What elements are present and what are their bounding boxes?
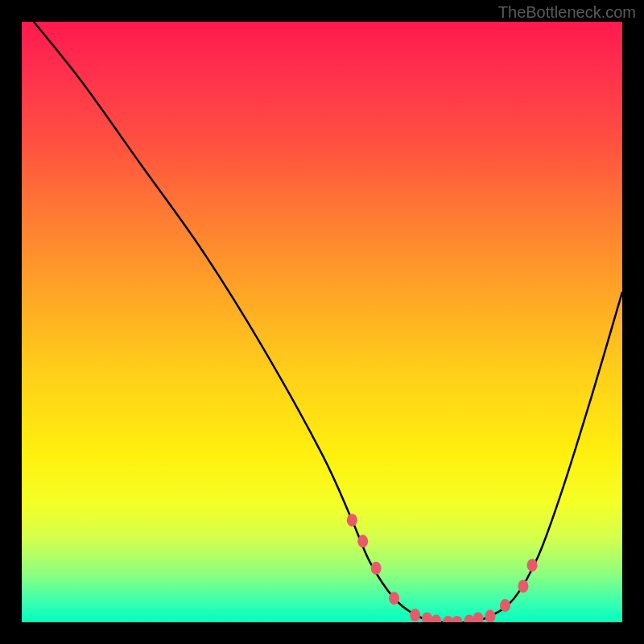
marker-dot — [464, 615, 474, 622]
marker-dot — [410, 609, 420, 621]
marker-dot — [431, 615, 441, 622]
marker-dot — [500, 599, 510, 612]
marker-dot — [371, 562, 382, 575]
marker-dot — [485, 610, 495, 622]
marker-dot — [347, 514, 357, 526]
bottleneck-curve — [34, 22, 622, 622]
marker-dot — [357, 535, 368, 547]
chart-svg — [22, 22, 622, 622]
marker-dot — [527, 559, 538, 572]
marker-dot — [389, 592, 399, 605]
marker-dot — [422, 613, 432, 622]
marker-dot — [518, 580, 528, 592]
attribution-text: TheBottleneck.com — [498, 3, 636, 22]
plot-area — [22, 22, 622, 622]
marker-dot — [452, 616, 462, 622]
highlight-dots — [347, 514, 538, 622]
marker-dot — [473, 613, 483, 622]
marker-dot — [443, 616, 453, 622]
